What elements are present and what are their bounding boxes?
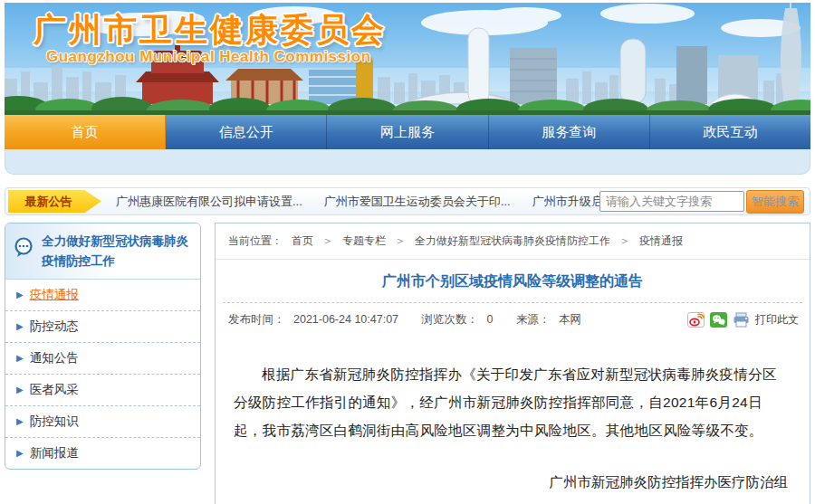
source-label: 来源： [516, 313, 551, 326]
sidebar-item-doctor-profiles[interactable]: ▶ 医者风采 [5, 375, 200, 406]
triangle-bullet-icon: ▶ [16, 290, 24, 300]
ticker-link[interactable]: 广州市升级启用新冠疫苗第二剂 [532, 194, 599, 210]
announcement-ticker: 最新公告 广州惠康医院有限公司拟申请设置... 广州市爱国卫生运动委员会关于印.… [5, 187, 810, 215]
views-label: 浏览次数： [422, 313, 479, 326]
breadcrumb-covid-topic[interactable]: 全力做好新型冠状病毒肺炎疫情防控工作 [415, 233, 610, 249]
site-banner: 广州市卫生健康委员会 Guangzhou Municipal Health Co… [5, 3, 810, 115]
breadcrumb-home[interactable]: 首页 [292, 233, 313, 249]
sidebar: 全力做好新型冠状病毒肺炎疫情防控工作 ▶ 疫情通报 ▶ 防控动态 ▶ 通知公告 … [5, 223, 201, 470]
speech-bubble-icon [13, 237, 34, 259]
ticker-links: 广州惠康医院有限公司拟申请设置... 广州市爱国卫生运动委员会关于印... 广州… [116, 194, 599, 210]
article-meta: 发布时间： 2021-06-24 10:47:07 浏览次数： 0 来源： 本网 [216, 303, 810, 335]
sidebar-item-notices[interactable]: ▶ 通知公告 [5, 343, 200, 375]
nav-tab-service-query[interactable]: 服务查询 [489, 115, 650, 149]
print-icon[interactable] [733, 312, 750, 328]
sidebar-header: 全力做好新型冠状病毒肺炎疫情防控工作 [5, 223, 200, 280]
meta-left: 发布时间： 2021-06-24 10:47:07 浏览次数： 0 来源： 本网 [228, 312, 587, 328]
subnav-bar [5, 149, 810, 175]
content-panel: 当前位置： 首页 ＞ 专题专栏 ＞ 全力做好新型冠状病毒肺炎疫情防控工作 ＞ 疫… [215, 223, 810, 504]
site-title: 广州市卫生健康委员会 [34, 8, 387, 52]
ticker-link[interactable]: 广州市爱国卫生运动委员会关于印... [324, 194, 511, 210]
print-this-article-link[interactable]: 打印此文 [755, 312, 799, 328]
views-value: 0 [487, 313, 494, 326]
breadcrumb: 当前位置： 首页 ＞ 专题专栏 ＞ 全力做好新型冠状病毒肺炎疫情防控工作 ＞ 疫… [216, 223, 810, 260]
weibo-share-icon[interactable] [687, 312, 705, 328]
site-subtitle: Guangzhou Municipal Health Commission [46, 48, 371, 66]
wechat-share-icon[interactable] [710, 312, 727, 328]
breadcrumb-special-topics[interactable]: 专题专栏 [342, 233, 386, 249]
triangle-bullet-icon: ▶ [16, 416, 24, 426]
breadcrumb-epidemic-bulletin[interactable]: 疫情通报 [639, 233, 683, 249]
nav-tab-online-services[interactable]: 网上服务 [327, 115, 488, 149]
triangle-bullet-icon: ▶ [16, 385, 24, 395]
nav-tab-public-interaction[interactable]: 政民互动 [650, 115, 810, 149]
breadcrumb-separator: ＞ [322, 233, 333, 249]
breadcrumb-prefix: 当前位置： [228, 233, 283, 249]
triangle-bullet-icon: ▶ [16, 321, 24, 331]
ticker-link[interactable]: 广州惠康医院有限公司拟申请设置... [116, 194, 302, 210]
breadcrumb-separator: ＞ [619, 233, 630, 249]
share-tools: 打印此文 [687, 312, 799, 328]
page: 广州市卫生健康委员会 Guangzhou Municipal Health Co… [5, 3, 810, 504]
signature-org: 广州市新冠肺炎防控指挥办医疗防治组 [216, 468, 788, 498]
main-area: 全力做好新型冠状病毒肺炎疫情防控工作 ▶ 疫情通报 ▶ 防控动态 ▶ 通知公告 … [5, 223, 810, 504]
nav-tab-info-disclosure[interactable]: 信息公开 [166, 115, 327, 149]
search-box: 智能搜索 [599, 190, 804, 214]
signature-block: 广州市新冠肺炎防控指挥办医疗防治组 2021年6月24日 [216, 444, 810, 504]
search-input[interactable] [599, 191, 744, 212]
article-body: 根据广东省新冠肺炎防控指挥办《关于印发广东省应对新型冠状病毒肺炎疫情分区分级防控… [216, 335, 810, 444]
article-title: 广州市个别区域疫情风险等级调整的通告 [216, 260, 810, 302]
breadcrumb-separator: ＞ [395, 233, 406, 249]
sidebar-item-epidemic-bulletin[interactable]: ▶ 疫情通报 [5, 280, 200, 311]
latest-announcement-flag: 最新公告 [8, 190, 101, 213]
main-nav: 首页 信息公开 网上服务 服务查询 政民互动 [5, 115, 810, 149]
sidebar-header-title: 全力做好新型冠状病毒肺炎疫情防控工作 [42, 232, 193, 272]
publish-time-label: 发布时间： [228, 313, 285, 326]
nav-tab-home[interactable]: 首页 [5, 115, 166, 149]
sidebar-item-prevention-knowledge[interactable]: ▶ 防控知识 [5, 406, 200, 438]
signature-date: 2021年6月24日 [216, 498, 788, 504]
sidebar-item-news-reports[interactable]: ▶ 新闻报道 [5, 438, 200, 469]
triangle-bullet-icon: ▶ [16, 353, 24, 363]
smart-search-button[interactable]: 智能搜索 [746, 190, 804, 214]
triangle-bullet-icon: ▶ [16, 448, 24, 458]
publish-time-value: 2021-06-24 10:47:07 [293, 313, 398, 326]
sidebar-item-control-updates[interactable]: ▶ 防控动态 [5, 311, 200, 343]
source-value: 本网 [559, 313, 581, 326]
